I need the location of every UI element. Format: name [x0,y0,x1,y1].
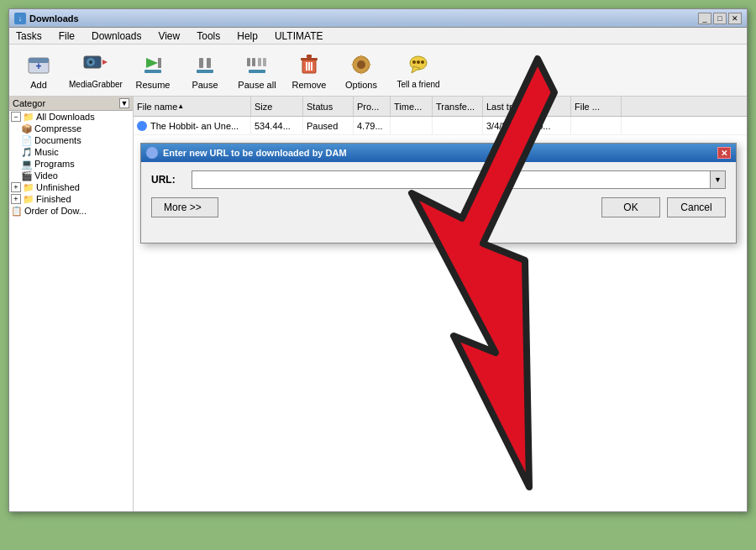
svg-rect-15 [258,58,261,66]
folder-icon: 📁 [23,112,34,122]
sidebar-item-programs[interactable]: 💻 Programs [9,158,133,170]
add-button[interactable]: + Add [14,48,63,93]
cancel-button[interactable]: Cancel [667,197,726,217]
resume-button[interactable]: Resume [129,48,177,93]
sidebar-item-finished[interactable]: + 📁 Finished [9,193,133,205]
title-bar-title: Downloads [29,13,698,24]
mediagrabber-label: MediaGrabber [69,80,123,89]
pause-all-icon [244,51,270,78]
url-row: URL: ▼ [151,170,726,189]
dialog-globe-icon [146,147,158,159]
url-dropdown-arrow[interactable]: ▼ [711,170,726,189]
more-button[interactable]: More >> [151,197,218,217]
title-bar-icon: ↓ [14,13,26,24]
sidebar-dropdown[interactable]: ▼ [119,98,129,108]
maximize-button[interactable]: □ [713,13,727,24]
sidebar-item-compressed[interactable]: 📦 Compresse [9,123,133,134]
svg-point-34 [421,60,424,64]
dialog-overlay: Enter new URL to be downloaded by DAM ✕ … [134,97,738,214]
sidebar-item-video[interactable]: 🎬 Video [9,170,133,181]
menu-bar: Tasks File Downloads View Tools Help ULT… [9,28,747,45]
mediagrabber-button[interactable]: MediaGrabber [66,48,125,93]
svg-text:+: + [35,60,41,72]
compressed-icon: 📦 [21,123,33,134]
options-button[interactable]: Options [337,48,386,93]
sidebar-item-order[interactable]: 📋 Order of Dow... [9,205,133,217]
music-icon: 🎵 [21,147,33,157]
remove-label: Remove [292,80,327,90]
resume-icon [139,51,166,78]
options-icon [348,51,375,78]
svg-point-25 [357,60,365,69]
svg-rect-17 [249,70,265,73]
unfinished-icon: 📁 [23,182,34,192]
add-url-dialog: Enter new URL to be downloaded by DAM ✕ … [140,143,737,244]
svg-marker-4 [102,60,108,65]
expand-all-downloads[interactable]: − [11,112,21,122]
programs-icon: 💻 [21,159,33,169]
svg-point-32 [412,60,416,64]
svg-rect-16 [263,58,266,66]
pause-all-label: Pause all [238,80,276,90]
sidebar-item-documents[interactable]: 📄 Documents [9,134,133,146]
svg-rect-19 [301,58,318,60]
menu-help[interactable]: Help [234,29,261,44]
url-input-wrap: ▼ [192,170,726,189]
pause-icon [192,51,218,78]
dialog-title-bar: Enter new URL to be downloaded by DAM ✕ [141,144,736,162]
toolbar: + Add MediaGrabber Resume [9,45,747,97]
menu-tools[interactable]: Tools [193,29,223,44]
dialog-title: Enter new URL to be downloaded by DAM [163,148,717,158]
pause-label: Pause [192,80,218,90]
sidebar-label-finished: Finished [36,194,71,204]
sidebar-label-all-downloads: All Downloads [36,112,95,122]
menu-file[interactable]: File [55,29,78,44]
close-button[interactable]: ✕ [728,13,742,24]
order-icon: 📋 [11,206,23,216]
svg-rect-10 [197,70,213,73]
tell-friend-label: Tell a friend [396,80,439,89]
svg-rect-13 [247,58,250,66]
sidebar-header: Categor ▼ [9,97,133,111]
sidebar-label-video: Video [34,170,58,181]
sidebar-header-label: Categor [13,98,45,108]
url-input[interactable] [192,170,711,189]
add-label: Add [30,80,47,90]
menu-ultimate[interactable]: ULTIMATE [271,29,327,44]
sidebar-label-documents: Documents [34,135,81,145]
expand-finished[interactable]: + [11,194,21,204]
documents-icon: 📄 [21,135,33,145]
mediagrabber-icon [82,51,109,78]
minimize-button[interactable]: _ [698,13,711,24]
ok-button[interactable]: OK [601,197,660,217]
sidebar-item-all-downloads[interactable]: − 📁 All Downloads [9,111,133,123]
remove-button[interactable]: Remove [285,48,333,93]
pause-all-button[interactable]: Pause all [233,48,281,93]
add-icon: + [25,51,52,78]
pause-button[interactable]: Pause [181,48,229,93]
sidebar-item-music[interactable]: 🎵 Music [9,146,133,158]
menu-view[interactable]: View [155,29,183,44]
menu-tasks[interactable]: Tasks [13,29,45,44]
sidebar-item-unfinished[interactable]: + 📁 Unfinished [9,181,133,193]
svg-rect-20 [307,55,312,58]
title-bar-controls: _ □ ✕ [698,13,742,24]
svg-point-6 [89,60,92,64]
svg-marker-8 [146,58,158,68]
expand-unfinished[interactable]: + [11,182,21,192]
dialog-body: URL: ▼ More >> OK Cancel [141,162,736,226]
tell-friend-icon [405,51,432,78]
remove-icon [296,51,323,78]
url-label: URL: [151,174,185,186]
video-icon: 🎬 [21,170,33,181]
resume-label: Resume [136,80,171,90]
sidebar-label-unfinished: Unfinished [36,182,80,192]
options-label: Options [345,80,377,90]
sidebar-label-music: Music [34,147,59,157]
sidebar-label-order: Order of Dow... [24,206,87,216]
dialog-close-button[interactable]: ✕ [717,147,731,159]
main-window: ↓ Downloads _ □ ✕ Tasks File Downloads V… [8,8,748,512]
title-bar: ↓ Downloads _ □ ✕ [9,9,747,28]
tell-friend-button[interactable]: Tell a friend [389,48,448,93]
menu-downloads[interactable]: Downloads [88,29,144,44]
